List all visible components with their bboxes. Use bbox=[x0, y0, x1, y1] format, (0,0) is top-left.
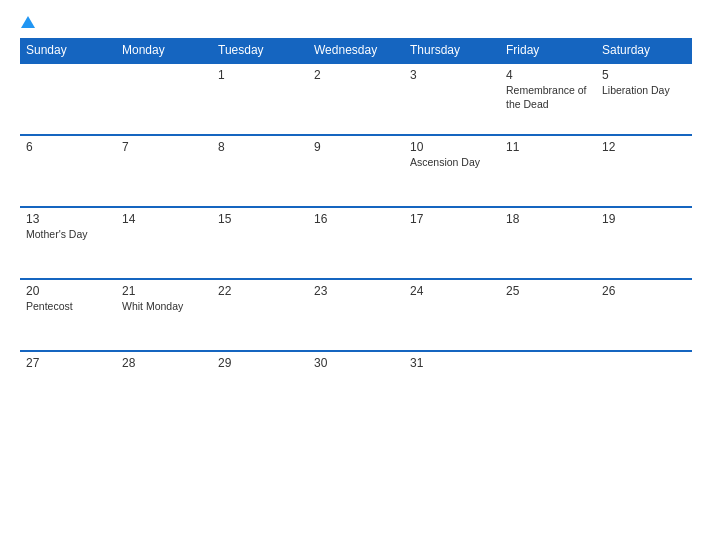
day-header-sunday: Sunday bbox=[20, 38, 116, 63]
day-number: 5 bbox=[602, 68, 686, 82]
day-number: 24 bbox=[410, 284, 494, 298]
calendar-table: SundayMondayTuesdayWednesdayThursdayFrid… bbox=[20, 38, 692, 423]
calendar-cell: 20Pentecost bbox=[20, 279, 116, 351]
day-number: 4 bbox=[506, 68, 590, 82]
week-row-3: 13Mother's Day141516171819 bbox=[20, 207, 692, 279]
day-number: 17 bbox=[410, 212, 494, 226]
day-number: 2 bbox=[314, 68, 398, 82]
week-row-2: 678910Ascension Day1112 bbox=[20, 135, 692, 207]
day-number: 29 bbox=[218, 356, 302, 370]
day-number: 27 bbox=[26, 356, 110, 370]
day-number: 12 bbox=[602, 140, 686, 154]
day-number: 16 bbox=[314, 212, 398, 226]
day-number: 3 bbox=[410, 68, 494, 82]
week-row-4: 20Pentecost21Whit Monday2223242526 bbox=[20, 279, 692, 351]
header bbox=[20, 16, 692, 28]
calendar-cell: 11 bbox=[500, 135, 596, 207]
calendar-cell: 28 bbox=[116, 351, 212, 423]
event-label: Ascension Day bbox=[410, 156, 494, 170]
calendar-cell: 6 bbox=[20, 135, 116, 207]
calendar-cell: 24 bbox=[404, 279, 500, 351]
day-header-tuesday: Tuesday bbox=[212, 38, 308, 63]
calendar-cell: 27 bbox=[20, 351, 116, 423]
calendar-cell: 1 bbox=[212, 63, 308, 135]
day-number: 19 bbox=[602, 212, 686, 226]
day-number: 23 bbox=[314, 284, 398, 298]
day-number: 7 bbox=[122, 140, 206, 154]
calendar-cell: 2 bbox=[308, 63, 404, 135]
day-number: 13 bbox=[26, 212, 110, 226]
event-label: Liberation Day bbox=[602, 84, 686, 98]
logo bbox=[20, 16, 36, 28]
event-label: Whit Monday bbox=[122, 300, 206, 314]
calendar-cell: 29 bbox=[212, 351, 308, 423]
calendar-cell: 19 bbox=[596, 207, 692, 279]
calendar-cell bbox=[596, 351, 692, 423]
calendar-cell: 25 bbox=[500, 279, 596, 351]
week-row-1: 1234Remembrance of the Dead5Liberation D… bbox=[20, 63, 692, 135]
day-number: 25 bbox=[506, 284, 590, 298]
calendar-cell: 16 bbox=[308, 207, 404, 279]
calendar-cell bbox=[20, 63, 116, 135]
calendar-cell: 14 bbox=[116, 207, 212, 279]
calendar-cell: 31 bbox=[404, 351, 500, 423]
day-number: 1 bbox=[218, 68, 302, 82]
day-number: 11 bbox=[506, 140, 590, 154]
calendar-cell: 22 bbox=[212, 279, 308, 351]
calendar-cell: 17 bbox=[404, 207, 500, 279]
calendar-cell: 18 bbox=[500, 207, 596, 279]
day-number: 8 bbox=[218, 140, 302, 154]
day-number: 6 bbox=[26, 140, 110, 154]
calendar-cell: 15 bbox=[212, 207, 308, 279]
calendar-cell: 5Liberation Day bbox=[596, 63, 692, 135]
calendar-cell: 10Ascension Day bbox=[404, 135, 500, 207]
day-number: 21 bbox=[122, 284, 206, 298]
day-header-saturday: Saturday bbox=[596, 38, 692, 63]
week-row-5: 2728293031 bbox=[20, 351, 692, 423]
calendar-cell: 7 bbox=[116, 135, 212, 207]
calendar-cell: 23 bbox=[308, 279, 404, 351]
calendar-cell: 26 bbox=[596, 279, 692, 351]
calendar-page: SundayMondayTuesdayWednesdayThursdayFrid… bbox=[0, 0, 712, 550]
logo-triangle-icon bbox=[21, 16, 35, 28]
day-header-monday: Monday bbox=[116, 38, 212, 63]
calendar-cell bbox=[500, 351, 596, 423]
event-label: Pentecost bbox=[26, 300, 110, 314]
calendar-cell: 8 bbox=[212, 135, 308, 207]
calendar-cell: 30 bbox=[308, 351, 404, 423]
day-header-friday: Friday bbox=[500, 38, 596, 63]
day-number: 15 bbox=[218, 212, 302, 226]
calendar-cell: 9 bbox=[308, 135, 404, 207]
day-number: 30 bbox=[314, 356, 398, 370]
calendar-cell: 13Mother's Day bbox=[20, 207, 116, 279]
calendar-cell: 4Remembrance of the Dead bbox=[500, 63, 596, 135]
calendar-cell bbox=[116, 63, 212, 135]
days-header-row: SundayMondayTuesdayWednesdayThursdayFrid… bbox=[20, 38, 692, 63]
event-label: Mother's Day bbox=[26, 228, 110, 242]
day-number: 18 bbox=[506, 212, 590, 226]
calendar-cell: 3 bbox=[404, 63, 500, 135]
day-number: 28 bbox=[122, 356, 206, 370]
calendar-cell: 21Whit Monday bbox=[116, 279, 212, 351]
day-number: 14 bbox=[122, 212, 206, 226]
day-number: 22 bbox=[218, 284, 302, 298]
day-number: 26 bbox=[602, 284, 686, 298]
day-number: 20 bbox=[26, 284, 110, 298]
day-header-wednesday: Wednesday bbox=[308, 38, 404, 63]
day-number: 10 bbox=[410, 140, 494, 154]
event-label: Remembrance of the Dead bbox=[506, 84, 590, 111]
day-number: 31 bbox=[410, 356, 494, 370]
day-number: 9 bbox=[314, 140, 398, 154]
calendar-cell: 12 bbox=[596, 135, 692, 207]
day-header-thursday: Thursday bbox=[404, 38, 500, 63]
